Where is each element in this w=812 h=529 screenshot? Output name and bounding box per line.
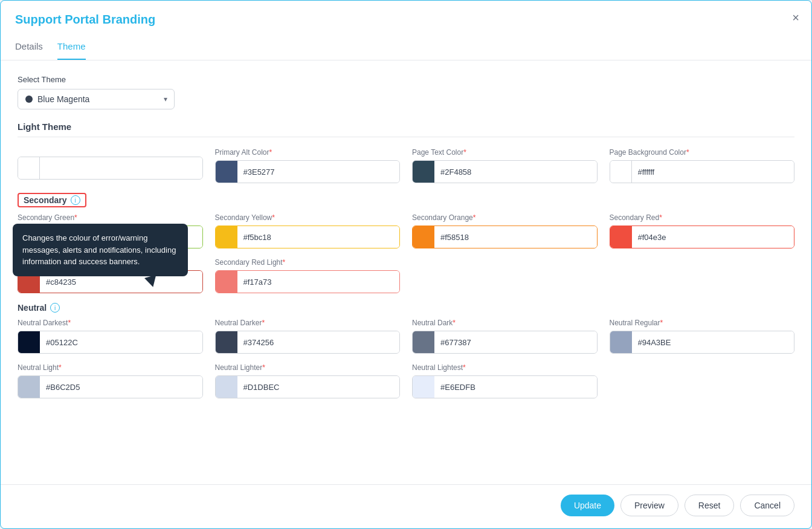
sec-yellow-input[interactable] bbox=[237, 226, 400, 248]
neu-light-wrapper[interactable] bbox=[18, 375, 203, 398]
reset-button[interactable]: Reset bbox=[685, 495, 735, 516]
sec-orange-wrapper[interactable] bbox=[412, 226, 598, 248]
page-text-input-wrapper[interactable] bbox=[412, 160, 598, 183]
sec-orange-input[interactable] bbox=[434, 226, 597, 248]
page-bg-input-wrapper[interactable] bbox=[610, 160, 795, 183]
primary-color-input[interactable] bbox=[40, 157, 202, 179]
light-theme-title: Light Theme bbox=[18, 122, 794, 137]
primary-alt-input[interactable] bbox=[237, 161, 400, 183]
neu-darker-wrapper[interactable] bbox=[215, 331, 401, 354]
theme-dot bbox=[25, 96, 33, 103]
select-theme-label: Select Theme bbox=[18, 75, 794, 84]
tab-details[interactable]: Details bbox=[15, 36, 43, 60]
neu-darker-swatch bbox=[216, 331, 237, 353]
primary-alt-swatch bbox=[216, 161, 237, 183]
neutral-info-icon[interactable]: i bbox=[50, 303, 60, 313]
neu-lightest-swatch bbox=[413, 376, 434, 398]
color-field-neu-dark: Neutral Dark* bbox=[412, 319, 598, 354]
sec-orange-swatch bbox=[413, 226, 434, 248]
primary-alt-input-wrapper[interactable] bbox=[215, 160, 401, 183]
secondary-highlight-box: Secondary i bbox=[18, 193, 86, 207]
neu-dark-swatch bbox=[413, 331, 434, 353]
neu-regular-swatch bbox=[610, 331, 632, 353]
tooltip-box: Changes the colour of error/warning mess… bbox=[13, 224, 188, 276]
page-text-input[interactable] bbox=[434, 161, 597, 183]
neu-light-input[interactable] bbox=[40, 376, 202, 398]
neutral-colors-grid: Neutral Darkest* Neutral Darker* Neutral… bbox=[18, 319, 794, 398]
color-field-page-text: Page Text Color* bbox=[412, 148, 598, 183]
theme-select-value: Blue Magenta bbox=[37, 94, 89, 104]
dialog-title: Support Portal Branding bbox=[15, 13, 797, 27]
dialog-header: Support Portal Branding × Details Theme bbox=[1, 1, 811, 60]
tab-theme[interactable]: Theme bbox=[57, 36, 86, 60]
neu-regular-input[interactable] bbox=[632, 331, 794, 353]
page-bg-input[interactable] bbox=[632, 161, 794, 183]
color-field-sec-red: Secondary Red* bbox=[610, 213, 795, 248]
tooltip-text: Changes the colour of error/warning mess… bbox=[22, 233, 176, 266]
color-field-neu-darkest: Neutral Darkest* bbox=[18, 319, 203, 354]
sec-red-light-swatch bbox=[216, 271, 237, 293]
sec-red-input[interactable] bbox=[632, 226, 794, 248]
neu-dark-input[interactable] bbox=[434, 331, 597, 353]
color-field-neu-light: Neutral Light* bbox=[18, 363, 203, 398]
primary-color-placeholder bbox=[18, 148, 203, 183]
sec-red-swatch bbox=[610, 226, 632, 248]
tabs: Details Theme bbox=[15, 36, 797, 60]
update-button[interactable]: Update bbox=[561, 495, 614, 516]
color-field-neu-lightest: Neutral Lightest* bbox=[412, 363, 598, 398]
color-field-primary-alt: Primary Alt Color* bbox=[215, 148, 401, 183]
color-field-neu-lighter: Neutral Lighter* bbox=[215, 363, 401, 398]
cancel-button[interactable]: Cancel bbox=[740, 495, 794, 516]
neu-regular-wrapper[interactable] bbox=[610, 331, 795, 354]
neu-lighter-input[interactable] bbox=[237, 376, 400, 398]
secondary-section-header: Secondary i bbox=[18, 193, 794, 207]
neu-darkest-input[interactable] bbox=[40, 331, 202, 353]
color-field-sec-yellow: Secondary Yellow* bbox=[215, 213, 401, 248]
color-field-sec-orange: Secondary Orange* bbox=[412, 213, 598, 248]
preview-button[interactable]: Preview bbox=[620, 495, 678, 516]
sec-yellow-swatch bbox=[216, 226, 237, 248]
sec-yellow-wrapper[interactable] bbox=[215, 226, 401, 248]
neu-lightest-input[interactable] bbox=[434, 376, 597, 398]
neu-light-swatch bbox=[18, 376, 40, 398]
neutral-title: Neutral bbox=[18, 303, 47, 313]
dialog-body: Select Theme Blue Magenta ▾ Light Theme … bbox=[1, 60, 811, 484]
color-field-sec-red-light: Secondary Red Light* bbox=[215, 258, 401, 293]
close-button[interactable]: × bbox=[792, 11, 799, 24]
color-field-page-bg: Page Background Color* bbox=[610, 148, 795, 183]
support-portal-branding-dialog: Support Portal Branding × Details Theme … bbox=[0, 0, 812, 529]
theme-select-wrapper[interactable]: Blue Magenta ▾ bbox=[18, 89, 175, 109]
color-field-neu-darker: Neutral Darker* bbox=[215, 319, 401, 354]
sec-red-wrapper[interactable] bbox=[610, 226, 795, 248]
sec-red-light-input[interactable] bbox=[237, 271, 400, 293]
theme-select[interactable]: Blue Magenta bbox=[18, 89, 175, 109]
page-text-swatch bbox=[413, 161, 434, 183]
secondary-title: Secondary bbox=[24, 195, 67, 205]
page-bg-swatch bbox=[610, 161, 632, 183]
color-field-neu-regular: Neutral Regular* bbox=[610, 319, 795, 354]
neutral-section-header: Neutral i bbox=[18, 303, 794, 313]
neu-darker-input[interactable] bbox=[237, 331, 400, 353]
neu-lighter-swatch bbox=[216, 376, 237, 398]
dialog-footer: Update Preview Reset Cancel bbox=[1, 484, 811, 528]
neu-darkest-swatch bbox=[18, 331, 40, 353]
neu-lightest-wrapper[interactable] bbox=[412, 375, 598, 398]
neu-darkest-wrapper[interactable] bbox=[18, 331, 203, 354]
neu-dark-wrapper[interactable] bbox=[412, 331, 598, 354]
sec-red-light-wrapper[interactable] bbox=[215, 270, 401, 293]
secondary-info-icon[interactable]: i bbox=[71, 195, 80, 205]
neu-lighter-wrapper[interactable] bbox=[215, 375, 401, 398]
